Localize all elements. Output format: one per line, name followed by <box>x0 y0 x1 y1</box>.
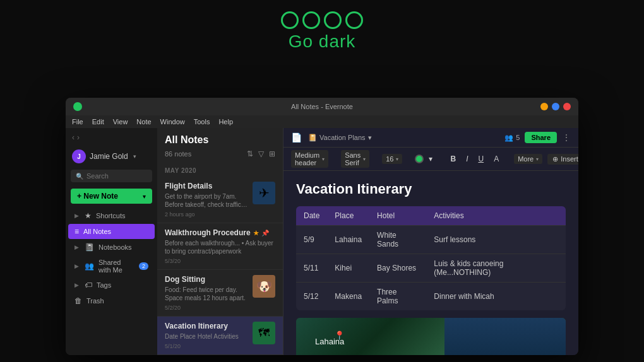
sidebar-item-label: Shortcuts <box>96 212 125 219</box>
menu-window[interactable]: Window <box>160 118 185 126</box>
map-area: Lahaina 📍 <box>296 318 566 355</box>
notebook-icon: 📔 <box>308 134 317 142</box>
size-chevron-icon: ▾ <box>396 156 398 162</box>
sort-icon[interactable]: ⇅ <box>247 149 253 158</box>
table-cell-place: Lahaina <box>327 226 369 254</box>
new-note-dropdown-icon[interactable]: ▾ <box>143 193 146 200</box>
main-content: ‹ › J Jamie Gold ▾ 🔍 + New Note ▾ ▶ <box>66 128 578 355</box>
font-chevron-icon: ▾ <box>363 156 366 162</box>
menu-help[interactable]: Help <box>218 118 233 126</box>
list-item[interactable]: Vacation Itinerary Date Place Hotel Acti… <box>157 317 283 355</box>
table-row: 5/9 Lahaina White Sands Surf lessons <box>296 226 566 254</box>
more-options-button[interactable]: ⋮ <box>562 132 571 143</box>
note-list-actions: ⇅ ▽ ⊞ <box>247 149 275 158</box>
view-icon[interactable]: ⊞ <box>269 149 275 158</box>
map-background: Lahaina 📍 <box>296 318 566 355</box>
sidebar-item-trash[interactable]: 🗑 Trash <box>68 293 155 308</box>
table-cell-date: 5/9 <box>296 226 327 254</box>
underline-button[interactable]: U <box>475 153 486 165</box>
note-count: 86 notes <box>165 150 191 158</box>
title-bar: All Notes - Evernote – □ × <box>66 98 578 115</box>
list-item[interactable]: Flight Details Get to the airport by 7am… <box>157 177 283 223</box>
sidebar-item-tags[interactable]: ▶ 🏷 Tags <box>68 277 155 293</box>
note-preview: Before each walkthrough... • Ask buyer t… <box>165 239 275 255</box>
list-item[interactable]: Dog Sitting Food: Feed twice per day. Sp… <box>157 270 283 317</box>
sidebar-header: ‹ › <box>66 128 157 147</box>
search-icon: 🔍 <box>76 173 83 180</box>
sidebar-item-notebooks[interactable]: ▶ 📓 Notebooks <box>68 240 155 255</box>
expand-icon: ▶ <box>75 244 79 250</box>
brand-tagline: Go dark <box>281 32 363 52</box>
note-preview: Date Place Hotel Activities <box>165 332 247 341</box>
note-title: Dog Sitting <box>165 275 247 284</box>
editor-content[interactable]: Vacation Itinerary Date Place Hotel Acti… <box>283 171 578 355</box>
color-swatch[interactable] <box>415 155 424 163</box>
table-cell-hotel: Bay Shores <box>369 254 426 283</box>
size-dropdown[interactable]: 16 ▾ <box>382 154 402 164</box>
note-title: Vacation Itinerary <box>165 322 247 330</box>
collab-icon: 👥 <box>504 134 513 142</box>
close-button[interactable]: × <box>563 103 571 110</box>
italic-button[interactable]: I <box>463 153 470 165</box>
color-picker[interactable]: ▾ <box>415 153 435 165</box>
list-item[interactable]: Walkthrough Procedure ★ 📌 Before each wa… <box>157 223 283 270</box>
window-title: All Notes - Evernote <box>291 103 353 110</box>
insert-button[interactable]: ⊕ Insert ▾ <box>547 154 578 165</box>
sidebar-item-shared[interactable]: ▶ 👥 Shared with Me 2 <box>68 255 155 277</box>
user-section[interactable]: J Jamie Gold ▾ <box>66 147 157 167</box>
note-content: Flight Details Get to the airport by 7am… <box>165 182 247 218</box>
maximize-button[interactable]: □ <box>552 103 559 110</box>
note-editor: 📄 📔 Vacation Plans ▾ 👥 5 Share ⋮ <box>283 128 578 355</box>
logo-circle-4 <box>345 11 363 29</box>
sidebar-item-shortcuts[interactable]: ▶ ★ Shortcuts <box>68 208 155 223</box>
new-note-button[interactable]: + New Note ▾ <box>71 189 152 204</box>
color-chevron-icon: ▾ <box>426 153 435 165</box>
back-arrow[interactable]: ‹ <box>72 133 75 142</box>
logo-circle-1 <box>281 11 299 29</box>
filter-icon[interactable]: ▽ <box>258 149 264 158</box>
menu-bar: File Edit View Note Window Tools Help <box>66 115 578 128</box>
table-row: 5/12 Makena Three Palms Dinner with Mica… <box>296 283 566 311</box>
table-header-hotel: Hotel <box>369 206 426 226</box>
expand-icon: ▶ <box>75 213 79 219</box>
sidebar-item-label: Tags <box>97 281 111 289</box>
notebook-name[interactable]: 📔 Vacation Plans ▾ <box>308 134 372 142</box>
menu-edit[interactable]: Edit <box>92 118 104 126</box>
notebooks-icon: 📓 <box>85 243 94 252</box>
brand-logo <box>281 11 363 29</box>
sidebar-item-all-notes[interactable]: ≡ All Notes <box>68 224 155 239</box>
note-list-title: All Notes <box>165 134 275 146</box>
bold-button[interactable]: B <box>448 153 458 165</box>
forward-arrow[interactable]: › <box>77 133 80 142</box>
sidebar-nav: ▶ ★ Shortcuts ≡ All Notes ▶ 📓 Notebooks … <box>66 207 157 355</box>
sidebar: ‹ › J Jamie Gold ▾ 🔍 + New Note ▾ ▶ <box>66 128 157 355</box>
font-dropdown[interactable]: Sans Serif ▾ <box>341 150 369 168</box>
menu-note[interactable]: Note <box>136 118 151 126</box>
share-button[interactable]: Share <box>525 132 557 143</box>
user-chevron-icon: ▾ <box>133 153 136 160</box>
editor-actions: 👥 5 Share ⋮ <box>504 132 571 143</box>
tags-icon: 🏷 <box>85 281 92 289</box>
table-cell-place: Kihei <box>327 254 369 283</box>
menu-file[interactable]: File <box>72 118 83 126</box>
header-dropdown[interactable]: Medium header ▾ <box>291 150 328 168</box>
note-section-label: MAY 2020 <box>157 162 283 177</box>
search-bar[interactable]: 🔍 <box>71 170 152 182</box>
note-list-meta: 86 notes ⇅ ▽ ⊞ <box>165 149 275 158</box>
font-color-button[interactable]: A <box>491 153 501 165</box>
table-cell-hotel: Three Palms <box>369 283 426 311</box>
sidebar-item-label: Trash <box>86 297 104 305</box>
menu-tools[interactable]: Tools <box>194 118 210 126</box>
table-row: 5/11 Kihei Bay Shores Luis & kids canoei… <box>296 254 566 283</box>
minimize-button[interactable]: – <box>540 103 548 110</box>
sidebar-item-label: Shared with Me <box>98 259 134 274</box>
note-content: Vacation Itinerary Date Place Hotel Acti… <box>165 322 247 349</box>
menu-view[interactable]: View <box>113 118 128 126</box>
note-icon: 📄 <box>291 132 302 143</box>
table-cell-hotel: White Sands <box>369 226 426 254</box>
note-list: Flight Details Get to the airport by 7am… <box>157 177 283 355</box>
shared-badge: 2 <box>139 262 148 270</box>
search-input[interactable] <box>86 172 147 180</box>
notebook-chevron-icon: ▾ <box>368 134 372 142</box>
more-dropdown[interactable]: More ▾ <box>514 154 542 164</box>
